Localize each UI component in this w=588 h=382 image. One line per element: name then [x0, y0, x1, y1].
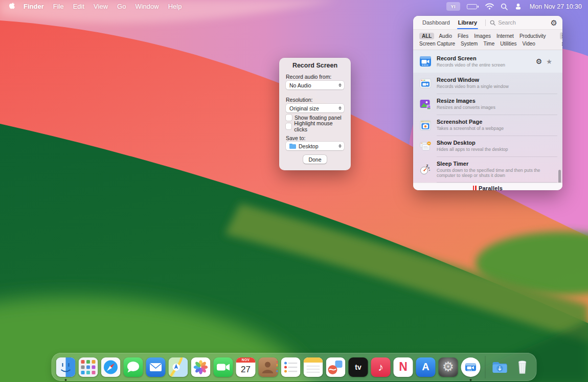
audio-source-value: No Audio — [289, 82, 337, 88]
category-files[interactable]: Files — [458, 33, 468, 39]
appstore-a-glyph: A — [416, 357, 436, 377]
menu-file[interactable]: File — [49, 3, 69, 10]
parallels-toolbox-menu-icon[interactable]: YI — [446, 2, 460, 11]
maps-icon — [169, 357, 188, 377]
tool-desc: Hides all apps to reveal the desktop — [437, 147, 558, 152]
tool-desc: Records video of the entire screen — [437, 62, 536, 68]
search-icon — [490, 20, 495, 26]
search-input[interactable]: Search — [490, 19, 550, 26]
category-time[interactable]: Time — [483, 41, 494, 47]
tab-dashboard[interactable]: Dashboard — [418, 16, 454, 29]
menu-edit[interactable]: Edit — [69, 3, 89, 10]
wifi-icon[interactable] — [485, 3, 494, 10]
running-indicator — [470, 379, 472, 381]
grid-view-button[interactable] — [560, 41, 562, 47]
dock-finder[interactable] — [56, 357, 76, 377]
tool-row-screenshot-page[interactable]: Screenshot Page Takes a screenshot of a … — [413, 115, 562, 136]
dock-music[interactable]: ♪ — [371, 357, 391, 377]
dock-photos[interactable] — [191, 357, 211, 377]
menu-clock[interactable]: Mon Nov 27 10:30 — [530, 3, 582, 10]
system-settings-icon: ⚙ — [439, 357, 458, 377]
dock-maps[interactable] — [169, 357, 188, 377]
dock-trash[interactable] — [513, 357, 532, 377]
tool-settings-icon[interactable]: ⚙ — [536, 58, 542, 65]
save-to-label: Save to: — [286, 135, 344, 141]
category-system[interactable]: System — [461, 41, 478, 47]
scrollbar-thumb[interactable] — [558, 170, 561, 183]
dock-record-screen-tool[interactable] — [461, 357, 481, 377]
tool-desc: Takes a screenshot of a webpage — [437, 126, 558, 131]
battery-icon[interactable] — [467, 4, 479, 9]
tool-row-show-desktop[interactable]: Show Desktop Hides all apps to reveal th… — [413, 136, 562, 156]
stepper-icon — [338, 83, 342, 87]
dock-safari[interactable] — [101, 357, 121, 377]
parallels-logo-icon — [473, 186, 477, 191]
list-view-button[interactable] — [560, 32, 562, 39]
menu-finder[interactable]: Finder — [19, 3, 49, 10]
dock-news[interactable]: N — [394, 357, 413, 377]
folder-icon — [289, 144, 296, 149]
finder-icon — [56, 357, 76, 377]
running-indicator — [65, 379, 67, 381]
category-utilities[interactable]: Utilities — [500, 41, 516, 47]
trash-icon — [513, 357, 532, 377]
save-to-value: Desktop — [299, 143, 337, 149]
checkbox-highlight-mouse-clicks[interactable] — [286, 123, 291, 129]
category-all[interactable]: ALL — [419, 33, 434, 39]
reminders-icon — [281, 357, 301, 377]
menu-go[interactable]: Go — [112, 3, 130, 10]
dock-messages[interactable] — [124, 357, 143, 377]
tool-favorite-star-icon[interactable]: ★ — [546, 58, 552, 65]
audio-label: Record audio from: — [286, 74, 344, 80]
menu-window[interactable]: Window — [130, 3, 163, 10]
menu-view[interactable]: View — [89, 3, 112, 10]
search-icon[interactable] — [501, 3, 508, 10]
save-to-select[interactable]: Desktop — [286, 142, 344, 150]
freeform-icon — [326, 357, 346, 377]
audio-source-select[interactable]: No Audio — [286, 81, 344, 89]
category-screen-capture[interactable]: Screen Capture — [419, 41, 455, 47]
tool-name: Record Screen — [437, 55, 536, 62]
menu-bar: Finder File Edit View Go Window Help YI — [0, 0, 588, 13]
panel-header: Dashboard Library Search ⚙ — [413, 16, 562, 29]
menu-help[interactable]: Help — [164, 3, 187, 10]
category-internet[interactable]: Internet — [496, 33, 514, 39]
tool-row-resize-images[interactable]: Resize Images Resizes and converts image… — [413, 94, 562, 115]
user-switch-icon[interactable] — [514, 3, 522, 10]
tools-list: Record Screen Records video of the entir… — [413, 50, 562, 183]
dock-system-settings[interactable]: ⚙ — [439, 357, 458, 377]
tool-desc: Counts down to the specified time and th… — [437, 168, 558, 178]
category-productivity[interactable]: Productivity — [519, 33, 546, 39]
dock-mail[interactable] — [146, 357, 166, 377]
dock-app-store[interactable]: A — [416, 357, 436, 377]
dock-contacts[interactable] — [259, 357, 278, 377]
resize-images-tool-icon — [419, 98, 432, 110]
dock-apple-tv[interactable]: tv — [349, 357, 368, 377]
category-audio[interactable]: Audio — [439, 33, 452, 39]
dock-calendar[interactable]: NOV 27 — [236, 357, 256, 377]
tab-library[interactable]: Library — [454, 16, 481, 29]
apple-menu-icon[interactable] — [9, 3, 16, 10]
calendar-day: 27 — [236, 363, 256, 377]
dock-launchpad[interactable] — [79, 357, 98, 377]
apple-tv-icon: tv — [349, 357, 368, 377]
dock-downloads[interactable] — [490, 357, 510, 377]
svg-text:z: z — [429, 169, 430, 171]
tool-row-record-window[interactable]: Record Window Records video from a singl… — [413, 73, 562, 94]
panel-settings-gear-icon[interactable]: ⚙ — [551, 19, 557, 27]
resolution-select[interactable]: Original size — [286, 104, 344, 113]
highlight-mouse-clicks-row[interactable]: Highlight mouse clicks — [286, 123, 344, 129]
done-button[interactable]: Done — [303, 155, 327, 164]
show-desktop-tool-icon — [419, 140, 432, 152]
category-video[interactable]: Video — [522, 41, 535, 47]
dock-facetime[interactable] — [214, 357, 233, 377]
tool-row-record-screen[interactable]: Record Screen Records video of the entir… — [413, 50, 562, 73]
tool-row-sleep-timer[interactable]: Z z z Sleep Timer Counts down to the spe… — [413, 156, 562, 182]
checkbox-show-floating-panel[interactable] — [286, 115, 292, 121]
messages-icon — [124, 357, 143, 377]
resolution-label: Resolution: — [286, 97, 344, 103]
dock-reminders[interactable] — [281, 357, 301, 377]
dock-freeform[interactable] — [326, 357, 346, 377]
dock-notes[interactable] — [304, 357, 323, 377]
category-images[interactable]: Images — [474, 33, 491, 39]
